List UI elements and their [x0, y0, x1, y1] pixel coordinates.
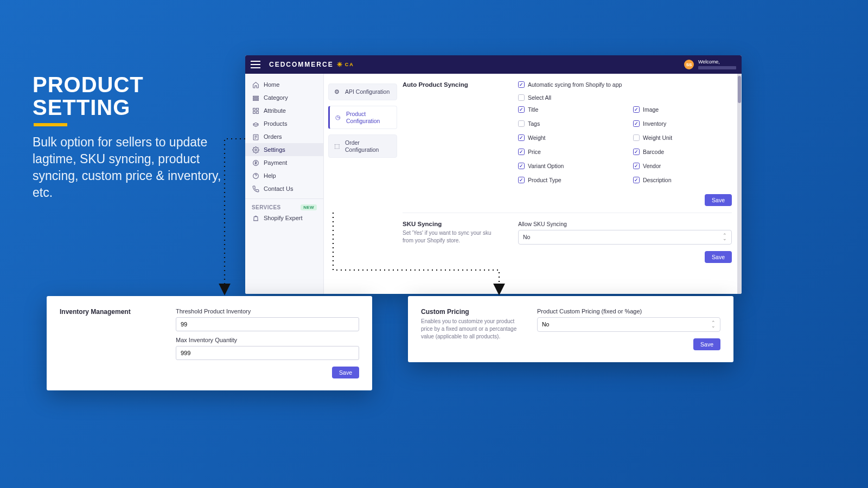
svg-rect-0 [253, 96, 258, 97]
max-inventory-input[interactable] [176, 346, 359, 360]
topbar: CEDCOMMERCE ✳CA SS Welcome, [245, 55, 742, 74]
checkbox-label: Price [528, 149, 541, 155]
threshold-input[interactable] [176, 317, 359, 331]
checkbox-vendor[interactable]: Vendor [633, 163, 732, 169]
sidebar-item-help[interactable]: Help [245, 169, 323, 182]
checkbox-label: Weight Unit [643, 134, 672, 141]
checkbox-label: Tags [528, 120, 540, 127]
box-icon: ⬚ [334, 143, 341, 150]
sidebar-label: Category [264, 94, 288, 101]
checkbox-weight-unit[interactable]: Weight Unit [633, 134, 732, 141]
sidebar-item-attribute[interactable]: Attribute [245, 104, 323, 117]
checkbox-icon [633, 134, 640, 141]
updown-icon: ⌃⌄ [723, 234, 727, 241]
select-value: No [542, 321, 549, 328]
save-button-inventory[interactable]: Save [332, 367, 359, 378]
hero-underline [34, 123, 67, 126]
save-button-pricing[interactable]: Save [693, 338, 720, 350]
checkbox-label: Weight [528, 134, 546, 141]
sidebar-item-shopify-expert[interactable]: Shopify Expert [245, 211, 323, 224]
main-app-window: CEDCOMMERCE ✳CA SS Welcome, Home Categor… [245, 55, 742, 294]
sidebar-label: Contact Us [264, 185, 293, 192]
sidebar-item-products[interactable]: Products [245, 117, 323, 130]
field-label: Allow SKU Syncing [518, 221, 732, 227]
attribute-icon [252, 107, 259, 114]
checkbox-inventory[interactable]: Inventory [633, 120, 732, 127]
spark-icon: ✳ [337, 61, 343, 68]
section-sku-sync: SKU Syncing Set 'Yes' if you want to syn… [403, 221, 732, 269]
checkbox-icon [633, 163, 640, 169]
sidebar-item-orders[interactable]: Orders [245, 130, 323, 143]
subtab-product[interactable]: ◷Product Configuration [328, 106, 397, 129]
contact-icon [252, 185, 259, 192]
svg-rect-5 [253, 111, 255, 113]
field-label: Max Inventory Quantity [176, 337, 359, 343]
checkbox-icon [518, 177, 525, 183]
sidebar-label: Orders [264, 133, 282, 140]
products-icon [252, 120, 259, 127]
checkbox-title[interactable]: Title [518, 106, 617, 113]
checkbox-price[interactable]: Price [518, 149, 617, 155]
sku-select[interactable]: No⌃⌄ [518, 230, 732, 245]
checkbox-icon [518, 94, 525, 101]
sidebar-item-category[interactable]: Category [245, 91, 323, 104]
sidebar-label: Attribute [264, 107, 286, 114]
select-value: No [523, 234, 530, 240]
checkbox-tags[interactable]: Tags [518, 120, 617, 127]
checkbox-label: Description [643, 177, 672, 183]
sidebar-item-home[interactable]: Home [245, 78, 323, 91]
section-auto-sync: Auto Product Syncing Automatic sycing fr… [403, 81, 732, 213]
popup-desc: Enables you to customize your product pr… [421, 318, 519, 341]
svg-rect-4 [256, 108, 258, 110]
checkbox-label: Select All [528, 94, 551, 101]
checkbox-auto-sync[interactable]: Automatic sycing from Shopify to app [518, 81, 732, 88]
sidebar-label: Products [264, 120, 287, 127]
hamburger-icon[interactable] [251, 61, 260, 68]
checkbox-label: Inventory [643, 120, 666, 127]
subtab-order[interactable]: ⬚Order Configuration [328, 134, 397, 158]
sidebar-label: Settings [264, 146, 285, 153]
pricing-popup: Custom Pricing Enables you to customize … [408, 296, 733, 362]
checkbox-label: Product Type [528, 177, 561, 183]
checkbox-icon [518, 106, 525, 113]
checkbox-label: Title [528, 106, 538, 113]
home-icon [252, 81, 259, 88]
checkbox-barcode[interactable]: Barcode [633, 149, 732, 155]
checkbox-icon [518, 163, 525, 169]
checkbox-image[interactable]: Image [633, 106, 732, 113]
sidebar-item-settings[interactable]: Settings [245, 143, 323, 156]
hero-desc: Bulk option for sellers to update lagtim… [33, 134, 228, 201]
checkbox-icon [518, 81, 525, 88]
save-button-sku[interactable]: Save [705, 251, 732, 263]
save-button-autosync[interactable]: Save [705, 194, 732, 206]
updown-icon: ⌃⌄ [711, 321, 716, 328]
inventory-popup: Inventory Management Threshold Product I… [47, 296, 372, 390]
svg-rect-1 [253, 98, 258, 99]
checkbox-description[interactable]: Description [633, 177, 732, 183]
sidebar-label: Home [264, 81, 279, 88]
sidebar-label: Payment [264, 159, 287, 166]
avatar[interactable]: SS [684, 60, 694, 69]
sidebar-item-payment[interactable]: Payment [245, 156, 323, 169]
popup-title: Custom Pricing [421, 308, 519, 316]
section-title: SKU Syncing [403, 221, 503, 227]
welcome-block: Welcome, [698, 60, 736, 69]
brand-text: CEDCOMMERCE [269, 61, 334, 68]
checkbox-variant[interactable]: Variant Option [518, 163, 617, 169]
sidebar-item-contact[interactable]: Contact Us [245, 182, 323, 195]
checkbox-icon [518, 120, 525, 127]
checkbox-weight[interactable]: Weight [518, 134, 617, 141]
svg-point-8 [254, 149, 256, 150]
checkbox-icon [633, 120, 640, 127]
services-header: SERVICESNEW [245, 202, 323, 211]
checkbox-select-all[interactable]: Select All [518, 94, 732, 101]
field-label: Product Custom Pricing (fixed or %age) [537, 308, 720, 314]
new-badge: NEW [301, 204, 317, 210]
payment-icon [252, 159, 259, 166]
pricing-select[interactable]: No⌃⌄ [537, 317, 720, 332]
svg-rect-2 [253, 99, 258, 100]
checkbox-product-type[interactable]: Product Type [518, 177, 617, 183]
svg-rect-6 [256, 111, 258, 113]
subtab-api[interactable]: ⚙API Configuration [328, 84, 397, 100]
help-icon [252, 172, 259, 179]
